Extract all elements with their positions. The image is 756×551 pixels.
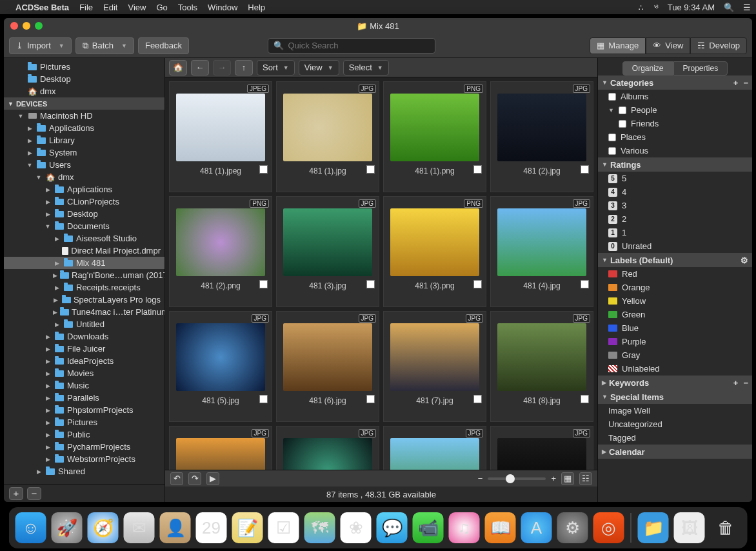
add-keyword-icon[interactable]: + — [733, 378, 739, 388]
dock-acdsee-icon[interactable]: ◎ — [593, 512, 624, 543]
disclosure-icon[interactable]: ▶ — [44, 370, 52, 377]
thumbnail-checkbox[interactable] — [366, 395, 375, 403]
disclosure-icon[interactable]: ▼ — [26, 162, 34, 168]
nav-back[interactable]: ← — [191, 60, 209, 75]
remove-keyword-icon[interactable]: − — [743, 378, 748, 388]
app-name[interactable]: ACDSee Beta — [15, 3, 69, 12]
labels-header[interactable]: ▼Labels (Default)⚙ — [598, 253, 752, 267]
menu-help[interactable]: Help — [248, 3, 265, 12]
thumbnail[interactable]: JPG481 (9).jpg — [169, 426, 272, 470]
thumbnail[interactable]: JPG481 (12).jpg — [490, 426, 593, 470]
thumbnail[interactable]: JPG481 (5).jpg — [169, 311, 272, 422]
nav-forward[interactable]: → — [213, 60, 231, 75]
thumbnail[interactable]: JPG481 (8).jpg — [490, 311, 593, 422]
category-item[interactable]: Friends — [598, 117, 752, 130]
sort-dropdown[interactable]: Sort▼ — [257, 60, 295, 75]
menu-go[interactable]: Go — [156, 3, 167, 12]
tree-item[interactable]: ▶IdeaProjects — [4, 355, 164, 367]
dock-reminders-icon[interactable]: ☑ — [268, 512, 299, 543]
search-input[interactable] — [288, 41, 430, 50]
category-item[interactable]: ▼People — [598, 103, 752, 117]
disclosure-icon[interactable]: ▶ — [44, 186, 52, 193]
tab-organize[interactable]: Organize — [622, 61, 673, 75]
categories-header[interactable]: ▼Categories+− — [598, 75, 752, 90]
disclosure-icon[interactable]: ▶ — [44, 383, 52, 389]
special-item[interactable]: Image Well — [598, 404, 752, 417]
special-item[interactable]: Uncategorized — [598, 417, 752, 431]
disclosure-icon[interactable]: ▶ — [53, 321, 61, 328]
thumbnail[interactable]: JPG481 (7).jpg — [383, 311, 486, 422]
rating-item[interactable]: 11 — [598, 226, 752, 239]
disclosure-icon[interactable]: ▶ — [53, 272, 57, 279]
disclosure-icon[interactable]: ▼ — [44, 223, 52, 230]
thumbnail-checkbox[interactable] — [581, 165, 589, 174]
feedback-button[interactable]: Feedback — [138, 37, 189, 54]
disclosure-icon[interactable]: ▶ — [44, 444, 52, 450]
label-item[interactable]: Orange — [598, 281, 752, 294]
tree-item[interactable]: ▶Receipts.receipts — [4, 281, 164, 294]
remove-button[interactable]: − — [27, 487, 41, 500]
dock-launchpad-icon[interactable]: 🚀 — [52, 512, 83, 543]
disclosure-icon[interactable]: ▶ — [53, 309, 57, 316]
label-item[interactable]: Blue — [598, 321, 752, 335]
checkbox[interactable] — [619, 106, 626, 114]
tree-item[interactable]: Direct Mail Project.dmpr — [4, 245, 164, 257]
disclosure-icon[interactable]: ▶ — [26, 137, 34, 144]
mode-view[interactable]: 👁View — [646, 37, 690, 54]
tree-item[interactable]: ▶Music — [4, 379, 164, 392]
play-button[interactable]: ▶ — [206, 472, 219, 485]
tree-item[interactable]: ▶CLionProjects — [4, 195, 164, 208]
spotlight-icon[interactable]: 🔍 — [724, 3, 734, 12]
dock-downloads-icon[interactable]: 📁 — [638, 512, 669, 543]
tree-item[interactable]: ▶Mix 481 — [4, 257, 164, 269]
remove-category-icon[interactable]: − — [743, 78, 748, 88]
thumbnail-checkbox[interactable] — [259, 165, 268, 174]
keywords-header[interactable]: ▶Keywords+− — [598, 376, 752, 390]
tree-item[interactable]: ▶Library — [4, 134, 164, 146]
label-item[interactable]: Purple — [598, 335, 752, 348]
rating-item[interactable]: 22 — [598, 212, 752, 226]
thumbnail-checkbox[interactable] — [259, 395, 268, 403]
tree-item[interactable]: ▼Macintosh HD — [4, 110, 164, 122]
special-item[interactable]: Tagged — [598, 431, 752, 445]
tree-item[interactable]: Pictures — [4, 61, 164, 73]
batch-button[interactable]: ⧉ Batch ▼ — [75, 37, 134, 54]
disclosure-icon[interactable]: ▶ — [44, 334, 52, 340]
thumbnail[interactable]: PNG481 (2).png — [169, 196, 272, 307]
dock-contacts-icon[interactable]: 👤 — [160, 512, 191, 543]
tree-item[interactable]: ▶WebstormProjects — [4, 453, 164, 465]
zoom-button[interactable] — [35, 22, 43, 30]
disclosure-icon[interactable]: ▶ — [44, 456, 52, 463]
checkbox[interactable] — [619, 120, 626, 128]
dock-mail-icon[interactable]: ✉ — [124, 512, 155, 543]
thumbnail[interactable]: PNG481 (1).png — [383, 81, 486, 192]
disclosure-icon[interactable]: ▶ — [44, 407, 52, 414]
minimize-button[interactable] — [23, 22, 30, 30]
thumbnail-checkbox[interactable] — [581, 280, 589, 288]
tree-item[interactable]: ▶SpectraLayers Pro logs — [4, 294, 164, 306]
thumbnail[interactable]: JPG481 (6).jpg — [276, 311, 379, 422]
tree-item[interactable]: ▶Shared — [4, 465, 164, 477]
thumbnail[interactable]: JPG481 (10).jpg — [276, 426, 379, 470]
label-item[interactable]: Gray — [598, 348, 752, 362]
tree-item[interactable]: ▶Applications — [4, 122, 164, 134]
nav-up[interactable]: ↑ — [235, 60, 253, 75]
disclosure-icon[interactable]: ▶ — [44, 419, 52, 426]
zoom-out-icon[interactable]: − — [478, 474, 483, 483]
menu-tools[interactable]: Tools — [178, 3, 197, 12]
label-item[interactable]: Red — [598, 267, 752, 281]
menubar-fan-icon[interactable]: ༄ — [654, 3, 659, 12]
close-button[interactable] — [10, 22, 18, 30]
disclosure-icon[interactable]: ▶ — [44, 199, 52, 205]
dock-messages-icon[interactable]: 💬 — [377, 512, 408, 543]
thumbnail-checkbox[interactable] — [366, 280, 375, 288]
special-items-header[interactable]: ▼Special Items — [598, 390, 752, 404]
category-item[interactable]: Places — [598, 130, 752, 144]
dock-itunes-icon[interactable]: ♫ — [449, 512, 480, 543]
add-category-icon[interactable]: + — [733, 78, 739, 88]
rating-item[interactable]: 44 — [598, 185, 752, 199]
view-dropdown[interactable]: View▼ — [299, 60, 339, 75]
thumbnail[interactable]: JPEG481 (1).jpeg — [169, 81, 272, 192]
mode-develop[interactable]: ☶Develop — [690, 37, 747, 54]
rating-item[interactable]: 0Unrated — [598, 239, 752, 253]
